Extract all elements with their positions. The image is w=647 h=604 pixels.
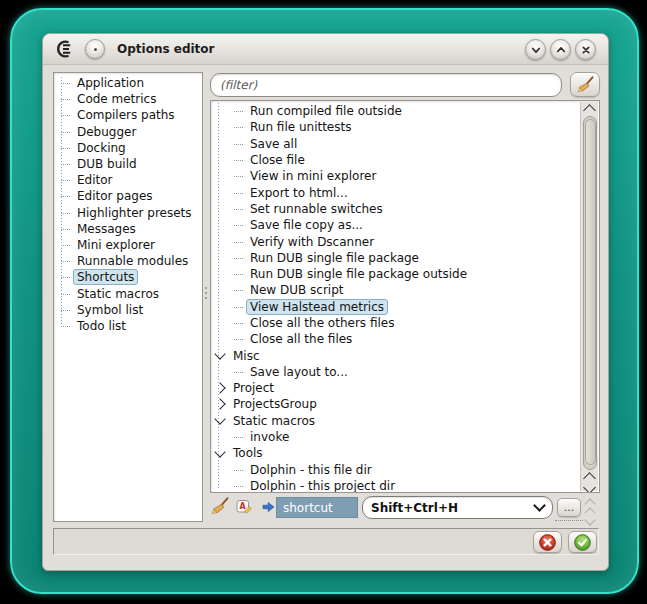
clean-shortcut-button[interactable]	[211, 497, 229, 515]
shortcut-item-set-runnable-switches[interactable]: Set runnable switches	[211, 201, 580, 217]
shortcut-item-export-to-html[interactable]: Export to html...	[211, 184, 580, 200]
roll-down-button[interactable]	[525, 39, 546, 60]
green-check-icon	[574, 534, 591, 551]
sidebar-item-mini-explorer[interactable]: Mini explorer	[54, 237, 202, 253]
sidebar-item-todo-list[interactable]: Todo list	[54, 318, 202, 334]
blue-arrow-icon	[262, 501, 275, 513]
sidebar-item-label: Docking	[73, 140, 130, 156]
shortcut-item-view-in-mini-explorer[interactable]: View in mini explorer	[211, 168, 580, 184]
tree-branch-line	[234, 257, 243, 259]
svg-text:A: A	[240, 502, 247, 511]
accept-button[interactable]	[568, 531, 597, 553]
options-editor-window: Options editor ApplicationCode metricsCo…	[42, 33, 609, 571]
shortcut-value-combobox[interactable]: Shift+Ctrl+H	[362, 496, 553, 519]
shortcut-item-save-layout-to[interactable]: Save layout to...	[211, 364, 580, 380]
shortcut-item-dolphin-this-project-dir[interactable]: Dolphin - this project dir	[211, 478, 580, 493]
tree-branch-line	[61, 228, 70, 230]
sidebar-item-dub-build[interactable]: DUB build	[54, 156, 202, 172]
shortcut-item-label: Save file copy as...	[246, 217, 367, 233]
scrollbar-thumb[interactable]	[585, 119, 596, 465]
roll-up-button[interactable]	[550, 39, 571, 60]
shortcut-item-save-file-copy-as[interactable]: Save file copy as...	[211, 217, 580, 233]
shortcut-item-close-file[interactable]: Close file	[211, 152, 580, 168]
tree-branch-line	[234, 224, 243, 226]
sidebar-item-messages[interactable]: Messages	[54, 221, 202, 237]
shortcut-item-save-all[interactable]: Save all	[211, 136, 580, 152]
window-title: Options editor	[117, 34, 215, 64]
scrollbar-track[interactable]	[583, 116, 597, 470]
sidebar-item-static-macros[interactable]: Static macros	[54, 285, 202, 301]
expand-chevron-icon[interactable]	[214, 399, 225, 410]
vertical-scrollbar[interactable]	[580, 102, 598, 491]
filter-input[interactable]	[210, 73, 562, 97]
sidebar-item-editor-pages[interactable]: Editor pages	[54, 188, 202, 204]
sidebar-item-label: Editor	[73, 172, 117, 188]
sidebar-item-editor[interactable]: Editor	[54, 172, 202, 188]
sidebar-item-label: DUB build	[73, 156, 141, 172]
shortcut-item-invoke[interactable]: invoke	[211, 429, 580, 445]
title-bar[interactable]: Options editor	[43, 34, 608, 65]
shortcut-item-label: ProjectsGroup	[229, 396, 321, 412]
shortcut-item-close-all-the-others-files[interactable]: Close all the others files	[211, 315, 580, 331]
red-cross-icon	[539, 534, 556, 551]
sidebar-item-code-metrics[interactable]: Code metrics	[54, 91, 202, 107]
window-menu-button[interactable]	[85, 39, 105, 59]
tree-branch-line	[234, 485, 243, 487]
shortcut-tree: Run compiled file outsideRun file unitte…	[210, 100, 600, 493]
sidebar-item-highlighter-presets[interactable]: Highlighter presets	[54, 205, 202, 221]
cancel-button[interactable]	[533, 531, 562, 553]
scroll-up-icon[interactable]	[583, 104, 596, 117]
shortcut-group-static-macros[interactable]: Static macros	[211, 413, 580, 429]
sidebar-item-debugger[interactable]: Debugger	[54, 124, 202, 140]
collapse-chevron-icon[interactable]	[214, 446, 225, 457]
shortcut-group-project[interactable]: Project	[211, 380, 580, 396]
tree-branch-line	[234, 322, 243, 324]
shortcut-item-view-halstead-metrics[interactable]: View Halstead metrics	[211, 299, 580, 315]
sidebar-item-docking[interactable]: Docking	[54, 140, 202, 156]
tree-branch-line	[234, 159, 243, 161]
sidebar-item-label: Shortcuts	[73, 269, 138, 285]
more-options-button[interactable]: ...	[557, 498, 581, 517]
sidebar-item-application[interactable]: Application	[54, 75, 202, 91]
shortcut-item-run-dub-single-file-package[interactable]: Run DUB single file package	[211, 250, 580, 266]
sidebar-item-label: Highlighter presets	[73, 205, 196, 221]
shortcut-group-tools[interactable]: Tools	[211, 445, 580, 461]
tree-branch-line	[234, 469, 243, 471]
expand-chevron-icon[interactable]	[214, 383, 225, 394]
scroll-down-icon[interactable]	[583, 481, 596, 493]
collapse-chevron-icon[interactable]	[214, 414, 225, 425]
desktop-background: { "window": { "title": "Options editor",…	[0, 0, 647, 604]
sidebar-item-label: Runnable modules	[73, 253, 192, 269]
tree-branch-line	[61, 195, 70, 197]
window-frame: Options editor ApplicationCode metricsCo…	[10, 8, 639, 594]
sidebar-item-symbol-list[interactable]: Symbol list	[54, 302, 202, 318]
tree-branch-line	[234, 241, 243, 243]
tree-branch-line	[61, 309, 70, 311]
tree-guide-line	[218, 103, 219, 489]
shortcut-item-close-all-the-files[interactable]: Close all the files	[211, 331, 580, 347]
shortcut-item-verify-with-dscanner[interactable]: Verify with Dscanner	[211, 233, 580, 249]
shortcut-item-label: View in mini explorer	[246, 168, 380, 184]
tree-branch-line	[234, 273, 243, 275]
shortcut-item-label: Close all the files	[246, 331, 356, 347]
shortcut-item-run-dub-single-file-package-outside[interactable]: Run DUB single file package outside	[211, 266, 580, 282]
tree-branch-line	[61, 179, 70, 181]
shortcut-group-projectsgroup[interactable]: ProjectsGroup	[211, 396, 580, 412]
shortcut-group-misc[interactable]: Misc	[211, 347, 580, 363]
sidebar-item-label: Debugger	[73, 124, 140, 140]
sidebar-item-runnable-modules[interactable]: Runnable modules	[54, 253, 202, 269]
shortcut-item-new-dub-script[interactable]: New DUB script	[211, 282, 580, 298]
edit-shortcut-button[interactable]: A	[236, 498, 252, 514]
sidebar-item-shortcuts[interactable]: Shortcuts	[54, 269, 202, 285]
clear-filter-button[interactable]	[570, 72, 600, 97]
property-name-label[interactable]: shortcut	[276, 497, 358, 518]
sidebar-item-compilers-paths[interactable]: Compilers paths	[54, 107, 202, 123]
close-button[interactable]	[575, 39, 596, 60]
shortcut-item-label: Set runnable switches	[246, 201, 387, 217]
shortcut-item-run-file-unittests[interactable]: Run file unittests	[211, 119, 580, 135]
shortcut-item-run-compiled-file-outside[interactable]: Run compiled file outside	[211, 103, 580, 119]
shortcut-item-dolphin-this-file-dir[interactable]: Dolphin - this file dir	[211, 462, 580, 478]
splitter-handle[interactable]	[203, 282, 208, 304]
tree-branch-line	[234, 175, 243, 177]
collapse-chevron-icon[interactable]	[214, 348, 225, 359]
